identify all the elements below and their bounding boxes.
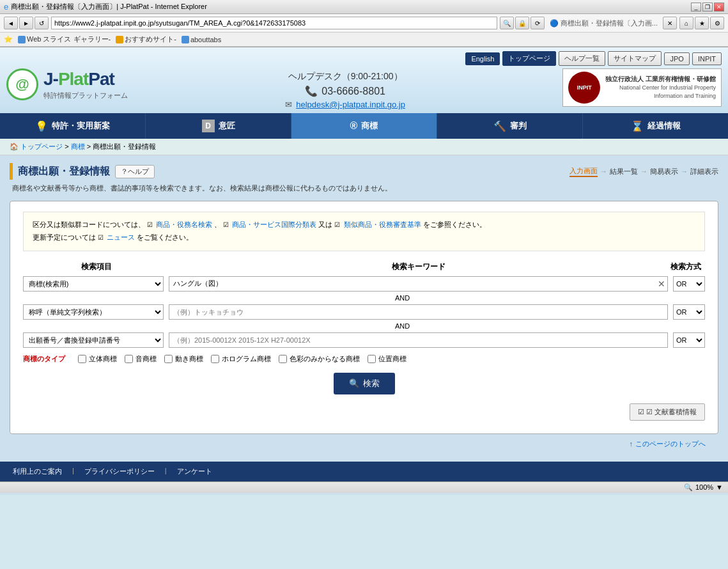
address-bar: ◄ ► ↺ 🔍 🔒 ⟳ 🔵 商標出願・登録情報〔入力画... ✕ ⌂ ★ ⚙: [0, 14, 728, 33]
status-bar: 🔍 100% ▼: [0, 481, 728, 493]
method-select-2[interactable]: OR AND: [673, 304, 705, 320]
star-button[interactable]: ★: [695, 17, 709, 29]
search-button[interactable]: 🔍 検索: [334, 373, 395, 394]
checkbox-hologram-trademark[interactable]: ホログラム商標: [211, 354, 271, 364]
helpdesk-email[interactable]: ✉ helpdesk@j-platpat.inpit.go.jp: [128, 100, 562, 109]
back-to-top[interactable]: ↑ このページのトップへ: [10, 434, 718, 454]
nav-trial[interactable]: 🔨 審判: [437, 113, 583, 139]
search-row-2: 称呼（単純文字列検索） 商標(検索用) 出願番号／書換登録申請番号 OR AND: [23, 304, 705, 320]
search-address-button[interactable]: 🔍: [500, 17, 514, 29]
checkbox-sound-trademark[interactable]: 音商標: [125, 354, 157, 364]
checkbox-position-trademark[interactable]: 位置商標: [368, 354, 407, 364]
keyword-input-3[interactable]: [169, 332, 668, 348]
jpo-button[interactable]: JPO: [664, 52, 689, 65]
nav-patent[interactable]: 💡 特許・実用新案: [0, 113, 146, 139]
back-to-top-link[interactable]: ↑ このページのトップへ: [22, 439, 706, 449]
info-box: 区分又は類似群コードについては、 ☑ 商品・役務名検索 、 ☑ 商品・サービス国…: [23, 212, 705, 251]
sitemap-button[interactable]: サイトマップ: [608, 51, 662, 66]
checkbox-color-trademark[interactable]: 色彩のみからなる商標: [279, 354, 360, 364]
site-footer: 利用上のご案内 | プライバシーポリシー | アンケート: [0, 462, 728, 481]
tab-label: 🔵 商標出願・登録情報〔入力画...: [547, 19, 660, 28]
checkbox-motion-trademark[interactable]: 動き商標: [164, 354, 203, 364]
keyword-input-1[interactable]: [169, 276, 668, 292]
forward-button[interactable]: ►: [19, 17, 33, 29]
footer-link-privacy[interactable]: プライバシーポリシー: [84, 467, 155, 476]
checkbox-color[interactable]: [279, 355, 287, 363]
link-international-classification[interactable]: 商品・サービス国際分類表: [232, 221, 316, 228]
bookmark-recommended[interactable]: おすすめサイト-: [116, 35, 176, 44]
breadcrumb-home[interactable]: トップページ: [20, 143, 63, 150]
checkbox-sound[interactable]: [125, 355, 133, 363]
logo-circle: @: [6, 68, 38, 100]
breadcrumb: 🏠 トップページ > 商標 > 商標出願・登録情報: [0, 139, 728, 155]
nav-design[interactable]: D 意匠: [146, 113, 291, 139]
tab-close-button[interactable]: ✕: [663, 17, 677, 29]
checkbox-3d-trademark[interactable]: 立体商標: [78, 354, 117, 364]
and-label-1: AND: [23, 294, 705, 302]
nav-trial-label: 審判: [510, 120, 527, 132]
window-controls[interactable]: _ ❒ ✕: [691, 3, 724, 12]
top-navigation: English トップページ ヘルプ一覧 サイトマップ JPO INPIT: [0, 47, 728, 68]
bookmark-abouttabs[interactable]: abouttabs: [182, 36, 221, 43]
link-similar-goods[interactable]: 類似商品・役務審査基準: [344, 221, 421, 228]
progress-icon: ⌛: [631, 120, 644, 132]
search-dropdown-1[interactable]: 商標(検索用) 称呼（単純文字列検索） 出願番号／書換登録申請番号: [23, 276, 164, 292]
help-list-button[interactable]: ヘルプ一覧: [559, 51, 605, 66]
nav-progress[interactable]: ⌛ 経過情報: [583, 113, 728, 139]
search-dropdown-3[interactable]: 出願番号／書換登録申請番号 商標(検索用) 称呼（単純文字列検索）: [23, 332, 164, 348]
checkbox-hologram[interactable]: [211, 355, 219, 363]
search-dropdown-2[interactable]: 称呼（単純文字列検索） 商標(検索用) 出願番号／書換登録申請番号: [23, 304, 164, 320]
browser-icon: e: [4, 2, 8, 12]
link-news[interactable]: ニュース: [107, 233, 135, 241]
top-page-button[interactable]: トップページ: [502, 51, 556, 66]
refresh-page-button[interactable]: ⟳: [531, 17, 545, 29]
window-title: 商標出願・登録情報〔入力画面〕| J-PlatPat - Internet Ex…: [11, 2, 207, 12]
checkbox-position[interactable]: [368, 355, 376, 363]
document-button-area: ☑ ☑ 文献蓄積情報: [23, 403, 705, 421]
title-bar-accent: [10, 163, 13, 180]
home-button[interactable]: ⌂: [679, 17, 693, 29]
search-column-headers: 検索項目 検索キーワード 検索方式: [23, 261, 705, 272]
search-icon: 🔍: [349, 378, 359, 388]
breadcrumb-level1[interactable]: 商標: [71, 143, 85, 150]
inpit-button[interactable]: INPIT: [692, 52, 722, 65]
footer-link-usage[interactable]: 利用上のご案内: [13, 467, 62, 476]
method-select-3[interactable]: OR AND: [673, 332, 705, 348]
home-icon: 🏠: [10, 143, 19, 150]
english-button[interactable]: English: [465, 52, 500, 65]
minimize-button[interactable]: _: [691, 3, 701, 12]
address-input[interactable]: [51, 17, 497, 29]
keyword-input-2[interactable]: [169, 304, 668, 320]
doc-icon: ☑: [638, 408, 644, 416]
restore-button[interactable]: ❒: [702, 3, 713, 12]
bookmark-icon-3: [182, 36, 189, 43]
document-info-button[interactable]: ☑ ☑ 文献蓄積情報: [630, 403, 705, 421]
ext-link-icon-1: ☑: [147, 221, 153, 228]
bookmark-icon-2: [116, 36, 123, 43]
close-button[interactable]: ✕: [714, 3, 724, 12]
method-select-1[interactable]: OR AND: [673, 276, 705, 292]
nav-trademark[interactable]: ® 商標: [291, 113, 437, 139]
help-button[interactable]: ？ヘルプ: [115, 165, 155, 178]
helpdesk-phone: 📞 03-6666-8801: [128, 85, 562, 97]
search-row-3: 出願番号／書換登録申請番号 商標(検索用) 称呼（単純文字列検索） OR AND: [23, 332, 705, 348]
breadcrumb-current: 商標出願・登録情報: [93, 143, 156, 150]
back-button[interactable]: ◄: [4, 17, 18, 29]
gear-icon[interactable]: ⚙: [710, 17, 724, 29]
main-navigation[interactable]: 💡 特許・実用新案 D 意匠 ® 商標 🔨 審判 ⌛ 経過情報: [0, 113, 728, 139]
footer-link-survey[interactable]: アンケート: [177, 467, 212, 476]
title-bar: e 商標出願・登録情報〔入力画面〕| J-PlatPat - Internet …: [0, 0, 728, 14]
clear-icon-1[interactable]: ✕: [658, 279, 665, 289]
bookmark-web-slices[interactable]: Web スライス ギャラリー-: [18, 35, 111, 44]
up-arrow-icon: ↑: [630, 440, 633, 448]
trademark-type-label: 商標のタイプ: [23, 354, 65, 364]
bookmark-icon: [18, 36, 26, 43]
checkbox-3d[interactable]: [78, 355, 86, 363]
zoom-down-icon: ▼: [716, 483, 723, 491]
link-product-search[interactable]: 商品・役務名検索: [156, 221, 212, 228]
doc-button-label: ☑ 文献蓄積情報: [646, 408, 697, 416]
refresh-button[interactable]: ↺: [35, 17, 49, 29]
checkbox-motion[interactable]: [164, 355, 173, 363]
search-button-area: 🔍 検索: [23, 373, 705, 394]
design-icon: D: [202, 120, 215, 132]
